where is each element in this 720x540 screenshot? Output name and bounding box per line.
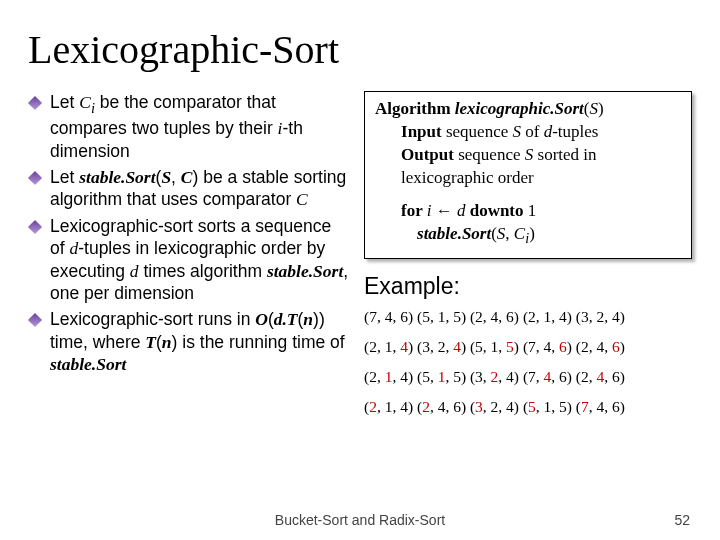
example-row-2: (2, 1, 4) (3, 2, 4) (5, 1, 5) (7, 4, 6) … bbox=[364, 338, 692, 356]
bullet-3: Lexicographic-sort sorts a sequence of d… bbox=[28, 215, 350, 305]
bullet-text: Let Ci be the comparator that compares t… bbox=[50, 91, 350, 162]
left-column: Let Ci be the comparator that compares t… bbox=[28, 91, 350, 428]
columns: Let Ci be the comparator that compares t… bbox=[28, 91, 692, 428]
diamond-icon bbox=[28, 220, 42, 234]
example-heading: Example: bbox=[364, 273, 692, 300]
right-column: Algorithm lexicographic.Sort(S) Input se… bbox=[364, 91, 692, 428]
slide: Lexicographic-Sort Let Ci be the compara… bbox=[0, 0, 720, 540]
bullet-text: Let stable.Sort(S, C) be a stable sortin… bbox=[50, 166, 350, 211]
algo-line: Input sequence S of d-tuples bbox=[401, 121, 681, 144]
footer-center: Bucket-Sort and Radix-Sort bbox=[0, 512, 720, 528]
diamond-icon bbox=[28, 96, 42, 110]
bullet-2: Let stable.Sort(S, C) be a stable sortin… bbox=[28, 166, 350, 211]
example-row-4: (2, 1, 4) (2, 4, 6) (3, 2, 4) (5, 1, 5) … bbox=[364, 398, 692, 416]
algo-line: stable.Sort(S, Ci) bbox=[417, 223, 681, 249]
bullet-4: Lexicographic-sort runs in O(d.T(n)) tim… bbox=[28, 308, 350, 375]
algo-line: Algorithm lexicographic.Sort(S) bbox=[375, 98, 681, 121]
example-row-3: (2, 1, 4) (5, 1, 5) (3, 2, 4) (7, 4, 6) … bbox=[364, 368, 692, 386]
page-number: 52 bbox=[674, 512, 690, 528]
algorithm-box: Algorithm lexicographic.Sort(S) Input se… bbox=[364, 91, 692, 259]
bullet-1: Let Ci be the comparator that compares t… bbox=[28, 91, 350, 162]
bullet-text: Lexicographic-sort sorts a sequence of d… bbox=[50, 215, 350, 305]
algo-line: for i ← d downto 1 bbox=[401, 200, 681, 223]
bullet-text: Lexicographic-sort runs in O(d.T(n)) tim… bbox=[50, 308, 350, 375]
diamond-icon bbox=[28, 171, 42, 185]
diamond-icon bbox=[28, 313, 42, 327]
slide-title: Lexicographic-Sort bbox=[28, 26, 692, 73]
example-row-1: (7, 4, 6) (5, 1, 5) (2, 4, 6) (2, 1, 4) … bbox=[364, 308, 692, 326]
spacer bbox=[375, 190, 681, 200]
algo-line: Output sequence S sorted in lexicographi… bbox=[401, 144, 681, 190]
